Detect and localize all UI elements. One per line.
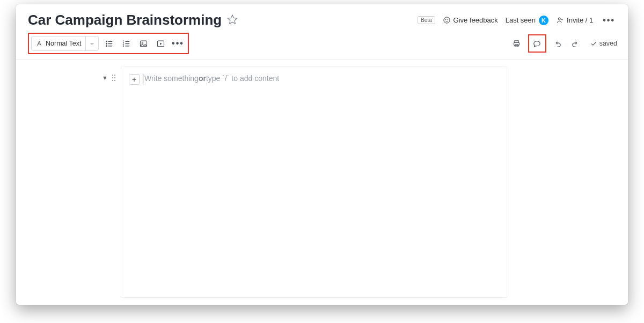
svg-point-26 (114, 77, 115, 78)
star-icon[interactable] (227, 14, 238, 27)
give-feedback-button[interactable]: Give feedback (443, 16, 498, 24)
page-title[interactable]: Car Campaign Brainstorming (28, 12, 222, 28)
bullet-list-icon[interactable] (102, 36, 116, 50)
saved-status: saved (590, 40, 617, 47)
saved-label: saved (599, 40, 617, 47)
svg-point-5 (106, 41, 107, 42)
title-wrap: Car Campaign Brainstorming (28, 12, 238, 28)
svg-point-3 (448, 19, 448, 20)
header-actions: Beta Give feedback Last seen K Invite / … (418, 16, 617, 25)
drag-handle-icon[interactable] (111, 74, 116, 82)
undo-icon[interactable] (551, 36, 565, 50)
svg-point-7 (106, 43, 107, 44)
editor-placeholder[interactable]: Write something or type `/` to add conte… (143, 74, 279, 83)
svg-point-4 (558, 18, 560, 20)
text-cursor (143, 74, 143, 83)
letter-a-icon (36, 40, 42, 47)
svg-point-27 (112, 80, 113, 81)
text-style-dropdown[interactable]: Normal Text (31, 36, 99, 51)
user-icon (556, 16, 564, 24)
feedback-label: Give feedback (453, 16, 498, 24)
svg-point-23 (112, 75, 113, 76)
svg-marker-20 (160, 42, 162, 45)
placeholder-pre: Write something (144, 74, 199, 83)
placeholder-bold: or (199, 74, 206, 83)
check-icon (590, 40, 597, 47)
svg-point-2 (445, 19, 446, 20)
chevron-down-icon[interactable] (85, 36, 98, 50)
svg-point-25 (112, 77, 113, 78)
block-controls: ▼ (102, 74, 116, 82)
comment-highlight (528, 34, 546, 53)
editor-canvas[interactable]: ▼ + Write something or type `/` to add c… (16, 60, 628, 302)
svg-text:3: 3 (122, 45, 124, 47)
comment-icon[interactable] (530, 36, 544, 50)
beta-badge: Beta (418, 16, 435, 24)
svg-rect-21 (514, 42, 519, 45)
toolbar: Normal Text 123 ••• (16, 33, 628, 60)
svg-rect-22 (515, 44, 518, 46)
smile-icon (443, 16, 451, 24)
svg-marker-0 (228, 15, 237, 24)
header: Car Campaign Brainstorming Beta Give fee… (16, 4, 628, 33)
lastseen-label: Last seen (506, 16, 536, 24)
image-icon[interactable] (136, 36, 150, 50)
svg-point-18 (142, 42, 143, 43)
avatar: K (539, 16, 548, 25)
toolbar-highlight: Normal Text 123 ••• (28, 33, 189, 54)
svg-point-24 (114, 75, 115, 76)
last-seen[interactable]: Last seen K (506, 16, 548, 25)
svg-rect-17 (140, 41, 147, 47)
svg-point-28 (114, 80, 115, 81)
video-icon[interactable] (153, 36, 167, 50)
toolbar-right: saved (510, 34, 617, 53)
svg-point-9 (106, 45, 107, 46)
document-page[interactable] (121, 67, 507, 297)
add-block-button[interactable]: + (129, 74, 140, 85)
print-icon[interactable] (510, 36, 524, 50)
invite-label: Invite / 1 (567, 16, 593, 24)
app-window: Car Campaign Brainstorming Beta Give fee… (16, 4, 628, 305)
numbered-list-icon[interactable]: 123 (119, 36, 133, 50)
svg-point-1 (443, 17, 449, 23)
header-more-icon[interactable]: ••• (601, 16, 617, 25)
invite-button[interactable]: Invite / 1 (556, 16, 593, 24)
toolbar-more-icon[interactable]: ••• (171, 36, 185, 50)
text-style-label: Normal Text (46, 40, 81, 47)
block-caret-icon[interactable]: ▼ (102, 75, 108, 81)
placeholder-post: type `/` to add content (206, 74, 279, 83)
redo-icon[interactable] (569, 36, 583, 50)
